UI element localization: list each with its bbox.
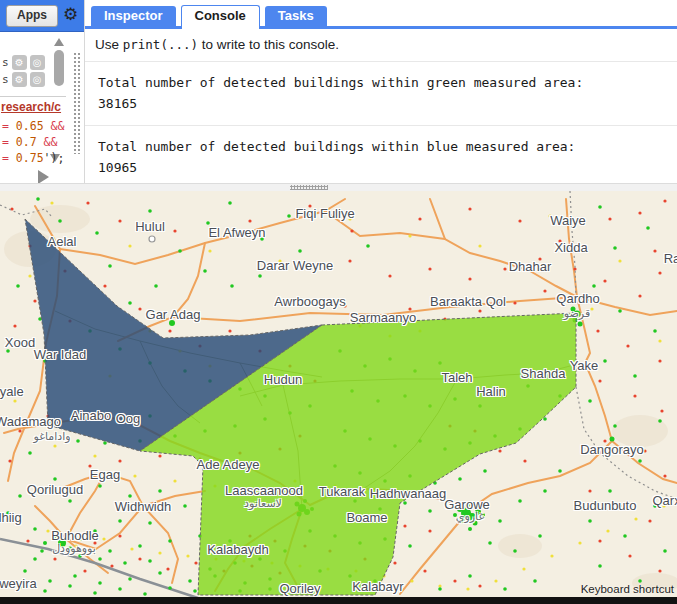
map-bottom-bar: [0, 597, 677, 604]
town-label: Buhodle: [51, 528, 99, 543]
town-label: Boame: [346, 510, 387, 525]
town-label: Halin: [476, 384, 506, 399]
town-label-arabic: قرضو: [564, 307, 590, 320]
town-label: Taleh: [441, 370, 472, 385]
town-label: Widhwidh: [115, 499, 171, 514]
town-label: Hulul: [135, 219, 165, 234]
console-panel: InspectorConsoleTasks Use print(...) to …: [84, 0, 677, 183]
town-label: oryale: [0, 384, 24, 399]
gear-icon[interactable]: ⚙: [12, 55, 27, 70]
target-icon[interactable]: ◎: [30, 72, 45, 87]
town-label: Laascaanood: [225, 483, 303, 498]
town-label: Kalabayr: [352, 579, 403, 594]
town-label: Fiqi Fuliye: [295, 206, 354, 221]
code-snippet[interactable]: = 0.65 &&= 0.7 &&= 0.75');: [2, 118, 64, 166]
divider: [0, 96, 66, 97]
scroll-up-arrow-icon[interactable]: [54, 38, 64, 46]
town-label-arabic: واداماغو: [33, 430, 70, 443]
town-label: Egag: [90, 467, 120, 482]
town-label-arabic: بووهوودل: [52, 542, 96, 555]
town-label: Sarmaanyo: [350, 310, 416, 325]
scrollbar-thumb[interactable]: [54, 50, 64, 86]
town-label: Gar Adag: [146, 307, 201, 322]
map-canvas[interactable]: HululAelalEl AfweynFiqi FuliyeWaiyeXidda…: [0, 191, 677, 604]
town-label: Wadamago: [0, 414, 61, 429]
target-icon[interactable]: ◎: [30, 55, 45, 70]
town-label: Hudun: [264, 372, 302, 387]
entry-value: 10965: [98, 157, 665, 178]
console-tabbar: InspectorConsoleTasks: [85, 0, 677, 29]
town-label: Yake: [570, 358, 599, 373]
town-label: Shahda: [521, 366, 566, 381]
vertical-splitter-handle[interactable]: [73, 52, 80, 154]
entry-value: 38165: [98, 93, 665, 114]
town-label: Ra: [664, 251, 677, 266]
pinned-bookmark-icon[interactable]: ⚙: [63, 4, 78, 25]
browser-bookmarks-bar: Apps ⚙: [0, 0, 84, 32]
town-label: Hadhwanaag: [370, 486, 447, 501]
town-label-arabic: لاسعانود: [244, 497, 282, 510]
apps-button[interactable]: Apps: [6, 5, 58, 27]
console-hint: Use print(...) to write to this console.: [85, 29, 677, 61]
town-label: Qardho: [556, 291, 599, 306]
town-label-arabic: غاروي: [456, 510, 484, 523]
script-editor-panel: s ⚙ ◎s ⚙ ◎ research/c = 0.65 &&= 0.7 &&=…: [0, 32, 84, 183]
console-entry: Total number of detected buildings withi…: [85, 61, 677, 125]
town-label: dhiig: [0, 510, 22, 525]
script-path-link[interactable]: research/c: [1, 100, 61, 114]
town-label: Darar Weyne: [257, 258, 333, 273]
keyboard-shortcuts-link[interactable]: Keyboard shortcut: [581, 583, 674, 595]
town-label: Tukarak: [319, 484, 365, 499]
entry-text: Total number of detected buildings withi…: [98, 136, 665, 157]
editor-layer-row: s ⚙ ◎: [2, 71, 45, 87]
console-entry: Total number of detected buildings withi…: [85, 125, 677, 183]
town-label: Qarxi: [652, 493, 677, 508]
play-icon[interactable]: [38, 170, 49, 183]
town-label: Baraakta Qol: [430, 294, 506, 309]
town-label: Aelal: [48, 234, 77, 249]
editor-scrollbar[interactable]: [52, 38, 65, 86]
town-label: El Afweyn: [208, 225, 265, 240]
gear-icon[interactable]: ⚙: [12, 72, 27, 87]
editor-layer-row: s ⚙ ◎: [2, 54, 45, 70]
print-code: print(...): [123, 37, 198, 52]
map-labels-layer: HululAelalEl AfweynFiqi FuliyeWaiyeXidda…: [0, 191, 677, 604]
town-label: Xidda: [554, 240, 587, 255]
earth-engine-window: Apps ⚙ s ⚙ ◎s ⚙ ◎ research/c = 0.65 &&= …: [0, 0, 677, 604]
town-label: Qorilugud: [27, 482, 83, 497]
town-label: War Idad: [34, 347, 86, 362]
town-label: Awrboogays: [274, 294, 345, 309]
code-fragment: s: [2, 56, 9, 69]
tab-tasks[interactable]: Tasks: [265, 6, 327, 26]
town-label: Ainabo: [71, 408, 111, 423]
town-label: Kalabaydh: [207, 542, 268, 557]
entry-text: Total number of detected buildings withi…: [98, 72, 665, 93]
town-label: Ade Adeye: [197, 457, 260, 472]
code-fragment: s: [2, 73, 9, 86]
town-label: Dhahar: [509, 259, 552, 274]
town-label: Oog: [116, 411, 141, 426]
town-label: Qoriley: [279, 581, 320, 596]
tab-console[interactable]: Console: [181, 5, 260, 29]
town-label: Budunbuto: [574, 498, 637, 513]
tab-inspector[interactable]: Inspector: [91, 6, 176, 26]
town-label: Xood: [5, 335, 35, 350]
splitter-drag-handle[interactable]: [290, 185, 328, 190]
town-label: weyira: [0, 576, 37, 591]
town-label: Waiye: [550, 213, 586, 228]
town-label: Dangorayo: [580, 442, 644, 457]
